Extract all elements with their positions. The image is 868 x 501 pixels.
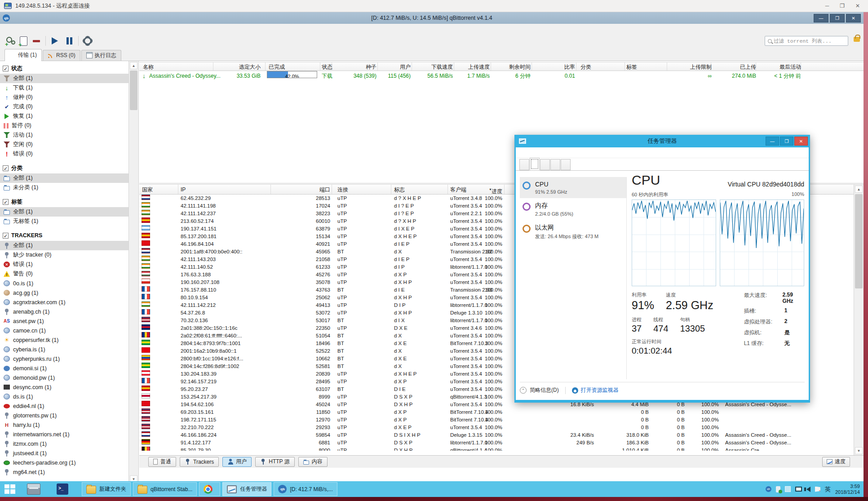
sidebar-status-item[interactable]: 空闲 (0): [0, 140, 128, 149]
tm-performance-item[interactable]: 以太网 发送: 26.4 Mbps 接收: 473 M: [520, 220, 626, 244]
speed-graph-button[interactable]: 速度: [822, 457, 850, 467]
sidebar-tracker-item[interactable]: demonoid.pw (1): [0, 373, 128, 382]
scroll-up-arrow[interactable]: ▲: [855, 186, 863, 193]
tray-action-center-icon[interactable]: [815, 487, 820, 492]
sidebar-status-item[interactable]: 恢复 (1): [0, 111, 128, 121]
torrent-row[interactable]: ↓ Assassin's Creed - Odyssey... 33.53 Gi…: [139, 71, 864, 81]
rdp-restore-button[interactable]: ❐: [840, 3, 845, 9]
tray-usb-icon[interactable]: [776, 486, 780, 492]
lock-icon[interactable]: [854, 37, 860, 42]
tm-performance-item[interactable]: 内存 2.2/4.0 GB (55%): [520, 198, 626, 220]
add-torrent-link-icon[interactable]: [5, 35, 16, 46]
sidebar-tracker-item[interactable]: mg64.net (1): [0, 467, 128, 477]
detail-tab[interactable]: Trackers: [180, 457, 219, 467]
tray-network-icon[interactable]: [795, 487, 802, 492]
sidebar-tag-item[interactable]: 全部 (1): [0, 207, 128, 217]
taskbar-app-button[interactable]: [D: 412.7 MiB/s,...: [274, 482, 337, 496]
sidebar-tracker-item[interactable]: justseed.it (1): [0, 448, 128, 458]
tm-tab[interactable]: [519, 159, 529, 170]
sidebar-tracker-item[interactable]: asnet.pw (1): [0, 316, 128, 326]
delete-torrent-icon[interactable]: [31, 35, 42, 46]
tm-titlebar[interactable]: 任务管理器 — ❐ ✕: [516, 135, 809, 147]
status-checkbox[interactable]: ✓: [3, 66, 9, 71]
tm-tab[interactable]: [561, 159, 571, 170]
sidebar-tracker-item[interactable]: 缺少 tracker (0): [0, 250, 128, 260]
tray-qbittorrent-icon[interactable]: qb: [766, 486, 771, 492]
torrent-table-header[interactable]: 名称 选定大小 已完成 状态 种子 用户 下载速度 上传速度 剩余时间 比率 分…: [139, 62, 864, 71]
main-tab[interactable]: 传输 (1): [4, 49, 42, 61]
detail-tab[interactable]: HTTP 源: [255, 457, 294, 467]
sidebar-tracker-item[interactable]: eddie4.nl (1): [0, 401, 128, 411]
sidebar-tracker-item[interactable]: harry.lu (1): [0, 420, 128, 430]
sidebar-tracker-item[interactable]: leechers-paradise.org (1): [0, 458, 128, 467]
tm-close-button[interactable]: ✕: [794, 137, 808, 146]
options-gear-icon[interactable]: [82, 35, 93, 46]
sidebar-status-item[interactable]: 暂停 (0): [0, 121, 128, 130]
rdp-minimize-button[interactable]: ─: [825, 3, 829, 9]
peer-row[interactable]: 91.4.122.177 6881 uTP D S X P libtorrent…: [139, 439, 854, 447]
sidebar-tracker-item[interactable]: 0o.is (1): [0, 279, 128, 288]
tray-language-indicator[interactable]: 英: [825, 485, 831, 493]
powershell-icon[interactable]: [57, 483, 68, 495]
sidebar-tag-item[interactable]: 无标签 (1): [0, 217, 128, 226]
taskbar-app-button[interactable]: 新建文件夹: [82, 482, 131, 496]
sidebar-status-item[interactable]: 完成 (0): [0, 102, 128, 111]
qb-maximize-button[interactable]: ❐: [830, 14, 845, 22]
sidebar-tracker-item[interactable]: itzmx.com (1): [0, 439, 128, 448]
taskbar-app-button[interactable]: qBittorrent Stab...: [133, 482, 197, 496]
sidebar-status-item[interactable]: 下载 (1): [0, 83, 128, 93]
peers-scrollbar[interactable]: ▲ ▼: [854, 185, 864, 455]
peer-row[interactable]: 32.210.70.222 29293 uTP d X E P uTorrent…: [139, 424, 854, 431]
scroll-down-arrow[interactable]: ▼: [855, 447, 863, 454]
rdp-close-button[interactable]: ✕: [855, 3, 860, 9]
start-button[interactable]: [4, 484, 15, 494]
detail-tab[interactable]: 内容: [298, 457, 328, 467]
sidebar-tracker-item[interactable]: 错误 (1): [0, 260, 128, 269]
sidebar-tracker-item[interactable]: arenabg.ch (1): [0, 307, 128, 316]
peer-row[interactable]: 69.203.15.161 11850 uTP d X P BitTorrent…: [139, 408, 854, 416]
tm-minimize-button[interactable]: —: [766, 137, 779, 146]
sidebar-status-item[interactable]: 活动 (1): [0, 130, 128, 140]
tm-tab[interactable]: [530, 158, 540, 170]
sidebar-tracker-item[interactable]: 全部 (1): [0, 241, 128, 250]
sidebar-tracker-item[interactable]: acgnxtracker.com (1): [0, 297, 128, 307]
sidebar-category-item[interactable]: 未分类 (1): [0, 183, 128, 192]
sidebar-tracker-item[interactable]: camoe.cn (1): [0, 326, 128, 335]
pause-icon[interactable]: [64, 35, 75, 46]
sidebar-tracker-item[interactable]: internetwarriors.net (1): [0, 430, 128, 439]
sidebar-status-item[interactable]: 做种 (0): [0, 93, 128, 102]
sidebar-status-item[interactable]: 错误 (0): [0, 149, 128, 159]
tm-maximize-button[interactable]: ❐: [780, 137, 793, 146]
torrent-filter-search-input[interactable]: 过滤 torrent 列表...: [765, 36, 848, 46]
trackers-checkbox[interactable]: ✓: [3, 233, 9, 239]
scroll-up-arrow[interactable]: ▲: [130, 62, 137, 69]
fewer-details-toggle[interactable]: ⌃ 简略信息(D): [520, 386, 559, 394]
tray-rdp-icon[interactable]: [785, 486, 791, 492]
sidebar-tracker-item[interactable]: 警告 (0): [0, 269, 128, 279]
tm-performance-item[interactable]: CPU 91% 2.59 GHz: [520, 177, 626, 198]
sidebar-category-item[interactable]: 全部 (1): [0, 173, 128, 183]
sidebar-status-item[interactable]: 全部 (1): [0, 74, 128, 83]
main-tab[interactable]: 执行日志: [81, 50, 121, 61]
category-checkbox[interactable]: ✓: [3, 165, 9, 171]
tm-tab[interactable]: [550, 159, 560, 170]
detail-tab[interactable]: 普通: [148, 457, 176, 467]
open-resource-monitor-link[interactable]: 打开资源监视器: [572, 386, 619, 394]
sidebar-tracker-item[interactable]: cypherpunks.ru (1): [0, 354, 128, 364]
qb-minimize-button[interactable]: —: [814, 14, 828, 22]
scrollbar-thumb[interactable]: [130, 71, 137, 110]
qb-close-button[interactable]: ✕: [846, 14, 861, 22]
sidebar-tracker-item[interactable]: acg.gg (1): [0, 288, 128, 297]
tray-clock[interactable]: 3:59 2018/12/14: [835, 483, 860, 495]
sidebar-tracker-item[interactable]: ds.is (1): [0, 392, 128, 401]
main-tab[interactable]: RSS (0): [43, 50, 80, 61]
scrollbar-thumb[interactable]: [855, 194, 863, 288]
tray-volume-icon[interactable]: [806, 487, 810, 492]
peer-row[interactable]: 85.201.79.30 8000 uTP D X H P qBittorren…: [139, 447, 854, 451]
server-manager-icon[interactable]: [27, 483, 40, 495]
sidebar-tracker-item[interactable]: glotorrents.pw (1): [0, 411, 128, 420]
sidebar-tracker-item[interactable]: cyberia.is (1): [0, 345, 128, 354]
tm-tab[interactable]: [540, 159, 550, 170]
sidebar-tracker-item[interactable]: desync.com (1): [0, 382, 128, 392]
sidebar-tracker-item[interactable]: demonii.si (1): [0, 364, 128, 373]
